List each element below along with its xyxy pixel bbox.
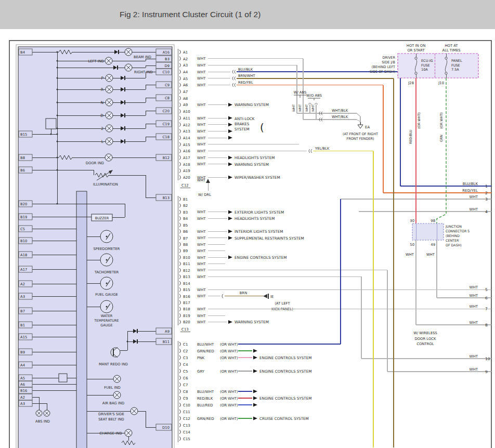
wire-color-label: WHT xyxy=(197,149,206,153)
pin-label: C13 xyxy=(183,424,190,428)
wire-color-label: WHT xyxy=(197,307,206,311)
ground-label: EA xyxy=(365,125,370,129)
cluster-pin-label: C10 xyxy=(163,70,170,74)
buzzer-label: BUZZER xyxy=(95,216,109,220)
pin-label: C4 xyxy=(183,363,188,367)
pin-label: C6 xyxy=(183,376,188,380)
wire-color-label: WHT xyxy=(197,70,206,74)
system-label: INTERIOR LIGHTS SYSTEM xyxy=(235,229,283,234)
pin-label: B1 xyxy=(183,197,188,202)
location-note: FRONT FENDER) xyxy=(346,137,374,141)
wire-color-label: WHT xyxy=(197,57,206,61)
fuse-label: FUSE xyxy=(451,63,460,68)
abs-option-label: W/O ABS xyxy=(306,94,322,98)
junction-connector-5 xyxy=(412,223,444,240)
seat-belt-ind-label: DRIVER'S SIDE xyxy=(98,412,124,416)
cluster-pin-label: C8 xyxy=(165,96,170,100)
wire-color-label: BLU/RED xyxy=(197,403,213,407)
pin-label: C8 xyxy=(183,390,188,394)
pin-label: A19 xyxy=(183,169,190,173)
cluster-pin-label: A4 xyxy=(20,363,25,367)
pin-label: A4 xyxy=(183,70,188,74)
junction-pin: 50 xyxy=(410,243,414,247)
tachometer-label: TACHOMETER xyxy=(94,270,119,274)
pin-label: B19 xyxy=(183,314,190,318)
wire-color-label: WHT xyxy=(311,104,315,112)
junction-dot xyxy=(57,67,58,69)
edge-number: 1 xyxy=(485,184,488,189)
jb-label: SIDE J/B xyxy=(382,60,395,64)
system-label: SUPPLEMENTAL RESTRAINTS SYSTEM xyxy=(235,236,304,241)
wire-color-label: RED/BLK xyxy=(197,397,213,401)
wire-color-label: RED/YEL xyxy=(238,81,253,85)
pin-label: A3 xyxy=(183,63,188,68)
edge-wire-label: WHT xyxy=(470,285,478,289)
cluster-pin-label: A2 xyxy=(20,282,25,286)
water-temp-label: TEMPERATURE xyxy=(94,319,119,323)
wire-color-label: WHT xyxy=(406,253,414,257)
wire-color-label: YEL/BLK xyxy=(315,147,330,151)
junction-label: JUNCTION xyxy=(445,225,462,229)
cluster-pin-label: A18 xyxy=(20,253,27,257)
power-source-label: ALL TIMES xyxy=(442,48,460,52)
wire-color-label: WHT xyxy=(426,253,435,257)
wireless-note: CONTROL xyxy=(416,342,434,346)
junction-pin: 30 xyxy=(410,219,414,223)
pin-label: C5 xyxy=(183,370,188,374)
pin-label: A5 xyxy=(183,77,188,81)
drl-note: W/ DRL xyxy=(198,193,211,197)
wire-color-label: (OR WHT) xyxy=(417,112,421,128)
cluster-pin-label: B4 xyxy=(20,50,25,55)
pin-label: B6 xyxy=(183,230,188,234)
wire-color-label: WHT xyxy=(197,243,206,247)
pin-label: B12 xyxy=(183,269,190,273)
edge-wire-label: RED/YEL xyxy=(462,189,478,193)
pin-label: A18 xyxy=(183,163,190,167)
wire-color-label: WHT xyxy=(292,104,295,112)
cluster-pin-label: C19 xyxy=(163,122,170,126)
edge-wire-label: WHT xyxy=(470,207,478,212)
edge-wire-label: BLU/BLK xyxy=(463,182,478,186)
cluster-pin-label: D10 xyxy=(162,426,170,430)
pin-label: B13 xyxy=(183,275,190,279)
pin-label: A14 xyxy=(183,136,190,140)
cluster-circuit-strip xyxy=(76,191,87,448)
junction-block xyxy=(398,54,478,78)
pin-label: A9 xyxy=(183,103,188,107)
fuse-label: 7.5A xyxy=(451,68,459,72)
wire-color-label: WHT xyxy=(197,136,206,140)
wire-color-label: GRN/RED xyxy=(197,349,214,353)
wire-alt-label: (OR WHT) xyxy=(220,417,238,421)
wiring-diagram: BEAM INDLEFT INDRIGHT INDPRND2LDOOR INDI… xyxy=(0,0,495,448)
junction-dot xyxy=(57,102,58,103)
group-bracket: ( xyxy=(260,121,264,134)
system-label: ANTI-LOCK xyxy=(235,116,255,121)
circle xyxy=(106,236,108,238)
system-label: BRAKES xyxy=(235,122,250,126)
figure-title: Fig 2: Instrument Cluster Circuit (1 of … xyxy=(120,10,260,19)
wire-color-label: WHT xyxy=(197,103,206,107)
wire-color-label: WHT xyxy=(197,236,206,240)
edge-number: 10 xyxy=(485,357,490,361)
pin-label: C1 xyxy=(183,342,188,347)
cluster-pin-label: A5 xyxy=(20,376,25,380)
fuse-label: PANEL xyxy=(451,59,462,63)
system-label: WARNING SYSTEM xyxy=(235,102,269,107)
wire-color-label: (OR WHT) xyxy=(439,112,443,128)
cluster-pin-label: A6 xyxy=(20,383,25,387)
wire-alt-label: (OR WHT) xyxy=(220,390,238,394)
cluster-pin-label: C18 xyxy=(163,135,170,139)
speedometer-label: SPEEDOMETER xyxy=(94,247,120,251)
pin-label: B9 xyxy=(183,249,188,253)
pin-label: B10 xyxy=(183,256,190,260)
edge-number: 2 xyxy=(485,191,488,195)
pin-label: C11 xyxy=(183,410,190,414)
fuse-label: ECU-IG xyxy=(421,59,433,63)
junction-label: CENTER xyxy=(446,239,459,242)
cluster-pin-label: B15 xyxy=(20,133,27,137)
edge-number: 5 xyxy=(485,287,488,292)
illumination-label: ILLUMINATION xyxy=(93,182,118,187)
pin-label: A8 xyxy=(183,97,188,101)
wire-color-label: WHT xyxy=(197,63,206,68)
system-label: ENGINE CONTROLS SYSTEM xyxy=(235,255,286,260)
